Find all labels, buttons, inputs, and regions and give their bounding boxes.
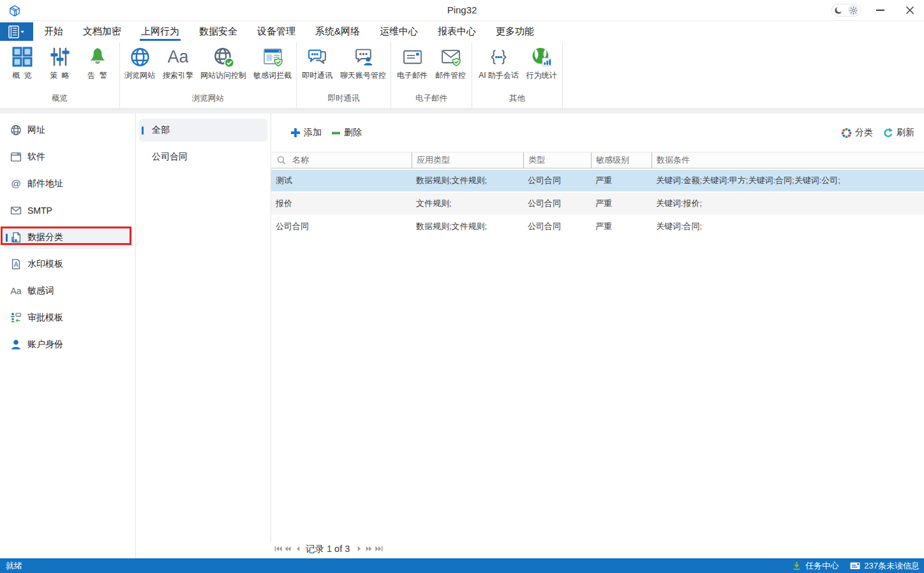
window-controls xyxy=(831,0,915,20)
column-header-label: 名称 xyxy=(292,154,309,166)
tab-home[interactable]: 开始 xyxy=(44,21,63,42)
doc-chart-icon xyxy=(10,232,22,243)
column-header-label: 类型 xyxy=(528,154,545,166)
svg-text:Aa: Aa xyxy=(10,286,21,296)
ribbon-button-label: 电子邮件 xyxy=(397,70,428,81)
minimize-icon xyxy=(876,10,884,11)
moon-icon[interactable] xyxy=(834,6,843,15)
tab-doc-encryption[interactable]: 文档加密 xyxy=(83,21,121,42)
status-ready-text: 就绪 xyxy=(6,560,22,572)
ribbon-button-label: 概 览 xyxy=(12,70,31,81)
sidebar-item-label: 账户身份 xyxy=(27,339,63,350)
first-page-icon xyxy=(274,546,282,552)
status-bar: 就绪 任务中心 237条未读信息 xyxy=(0,558,924,573)
search-icon xyxy=(277,156,286,165)
search-letters-icon: Aa xyxy=(167,46,189,68)
ribbon-button-label: 即时通讯 xyxy=(302,70,332,81)
ribbon-button-label: 聊天账号管控 xyxy=(340,70,386,81)
refresh-button-label: 刷新 xyxy=(897,127,914,138)
column-header-sensitivity[interactable]: 敏感级别 xyxy=(591,153,652,168)
sidebar-item-watermark-template[interactable]: A 水印模板 xyxy=(3,253,130,276)
svg-text:@: @ xyxy=(11,178,21,189)
message-icon xyxy=(850,562,860,570)
close-icon xyxy=(905,6,914,15)
tab-ops-center[interactable]: 运维中心 xyxy=(380,21,418,42)
sidebar-item-sensitive-words[interactable]: Aa 敏感词 xyxy=(3,279,130,302)
tab-device-management[interactable]: 设备管理 xyxy=(257,21,295,42)
table-header: 名称 应用类型 类型 敏感级别 数据条件 xyxy=(271,152,924,168)
left-sidebar: 网址 软件 @ 邮件地址 xyxy=(0,114,136,558)
sun-toggle[interactable] xyxy=(848,5,858,15)
table-row[interactable]: 报价 文件规则; 公司合同 严重 关键词:报价; xyxy=(271,193,924,214)
ribbon-group-other: AI 助手会话 行为统计 xyxy=(472,42,563,108)
ribbon-group-label: 即时通讯 xyxy=(297,93,391,104)
column-header-name[interactable]: 名称 xyxy=(271,153,412,168)
first-page-button[interactable] xyxy=(274,546,282,552)
sidebar-item-approval-template[interactable]: 审批模板 xyxy=(3,306,130,329)
task-center-label: 任务中心 xyxy=(805,560,838,572)
cell-sensitivity: 严重 xyxy=(591,193,652,214)
app-window-icon xyxy=(10,151,22,163)
globe-chart-icon xyxy=(531,46,553,68)
fast-prev-button[interactable] xyxy=(285,546,291,552)
selected-indicator-bar xyxy=(6,234,8,242)
column-header-type[interactable]: 类型 xyxy=(523,153,591,168)
data-table: 名称 应用类型 类型 敏感级别 数据条件 测试 数据规则;文件规则; 公司合同 … xyxy=(271,152,924,237)
cell-sensitivity: 严重 xyxy=(591,170,652,191)
page-shield-icon xyxy=(262,46,283,68)
globe-icon xyxy=(129,46,151,68)
ribbon: 概 览 策 略 xyxy=(0,42,924,109)
column-header-label: 应用类型 xyxy=(417,154,450,166)
ribbon-tabs: 开始 文档加密 上网行为 数据安全 设备管理 系统&网络 运维中心 报表中心 更… xyxy=(44,21,554,42)
sidebar-item-url[interactable]: 网址 xyxy=(3,119,130,142)
theme-toggle[interactable] xyxy=(831,4,861,17)
letters-aa-icon: Aa xyxy=(10,285,22,297)
table-row[interactable]: 测试 数据规则;文件规则; 公司合同 严重 关键词:金额;关键词:甲方;关键词:… xyxy=(271,170,924,191)
ribbon-button-label: 敏感词拦截 xyxy=(253,70,292,81)
tab-system-network[interactable]: 系统&网络 xyxy=(315,21,360,42)
sidebar-item-label: 数据分类 xyxy=(27,232,63,243)
column-header-app-type[interactable]: 应用类型 xyxy=(412,153,523,168)
tab-internet-behavior[interactable]: 上网行为 xyxy=(141,21,179,42)
column-header-data-condition[interactable]: 数据条件 xyxy=(652,153,924,168)
classify-button[interactable]: 分类 xyxy=(838,127,873,138)
app-menu-button[interactable] xyxy=(0,22,33,41)
ribbon-group-browsing: 浏览网站 Aa 搜索引擎 xyxy=(120,42,297,108)
pagination-bar: 记录 1 of 3 xyxy=(271,539,924,558)
table-row[interactable]: 公司合同 数据规则;文件规则; 公司合同 严重 关键词:合同; xyxy=(271,216,924,237)
tab-data-security[interactable]: 数据安全 xyxy=(199,21,237,42)
category-panel: 全部 公司合同 xyxy=(136,114,271,558)
category-item-all[interactable]: 全部 xyxy=(139,119,267,142)
close-button[interactable] xyxy=(905,0,915,20)
mail-shield-icon xyxy=(440,46,461,68)
minimize-button[interactable] xyxy=(875,0,885,20)
refresh-button[interactable]: 刷新 xyxy=(880,127,914,138)
globe-check-icon xyxy=(212,46,234,68)
category-item-company-contract[interactable]: 公司合同 xyxy=(139,145,267,168)
sidebar-item-data-classification[interactable]: 数据分类 xyxy=(3,226,130,249)
task-center-button[interactable]: 任务中心 xyxy=(792,560,838,572)
sidebar-item-email-address[interactable]: @ 邮件地址 xyxy=(3,172,130,195)
main-toolbar: 添加 删除 xyxy=(271,114,924,152)
sidebar-item-label: 审批模板 xyxy=(27,312,63,324)
tab-report-center[interactable]: 报表中心 xyxy=(438,21,476,42)
sidebar-item-smtp[interactable]: SMTP xyxy=(3,199,130,222)
chat-person-icon xyxy=(352,46,374,68)
add-button[interactable]: 添加 xyxy=(287,127,322,138)
ribbon-button-label: 网站访问控制 xyxy=(200,70,246,81)
prev-page-button[interactable] xyxy=(296,546,300,552)
next-page-button[interactable] xyxy=(357,546,361,552)
ribbon-button-label: AI 助手会话 xyxy=(479,70,519,81)
svg-text:Aa: Aa xyxy=(168,47,188,66)
last-page-button[interactable] xyxy=(375,546,383,552)
prev-page-icon xyxy=(296,546,300,552)
ribbon-tab-bar: 开始 文档加密 上网行为 数据安全 设备管理 系统&网络 运维中心 报表中心 更… xyxy=(0,21,924,42)
unread-messages-button[interactable]: 237条未读信息 xyxy=(850,560,920,572)
fast-next-icon xyxy=(366,546,372,552)
tab-more-features[interactable]: 更多功能 xyxy=(496,21,534,42)
sidebar-item-account-identity[interactable]: 账户身份 xyxy=(3,333,130,356)
sidebar-item-software[interactable]: 软件 xyxy=(3,145,130,168)
delete-button[interactable]: 删除 xyxy=(328,127,362,138)
fast-next-button[interactable] xyxy=(366,546,372,552)
cell-name: 报价 xyxy=(271,193,412,214)
